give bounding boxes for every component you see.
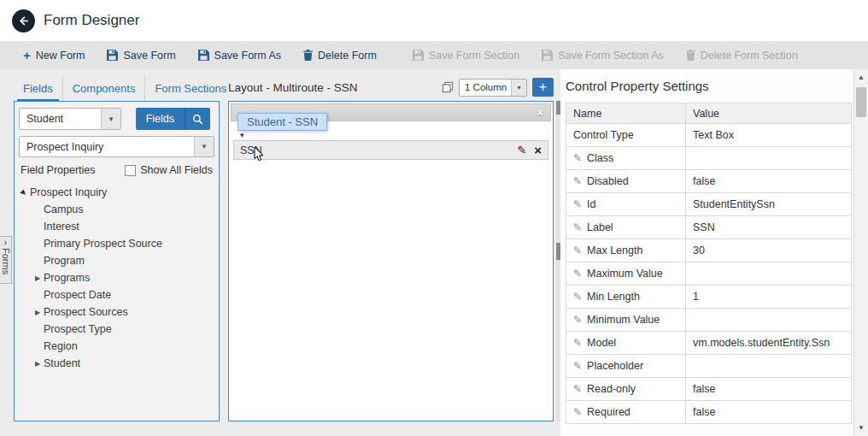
property-value[interactable]: StudentEntitySsn [686,193,852,216]
column-dropdown[interactable]: 1 Column ▼ [459,79,527,97]
property-value[interactable]: false [686,170,852,193]
delete-form-button[interactable]: Delete Form [292,41,388,69]
collapse-icon[interactable]: ▶ [18,186,31,199]
save-form-section-button[interactable]: Save Form Section [402,41,531,69]
save-form-button[interactable]: Save Form [96,41,186,69]
new-form-button[interactable]: + New Form [12,41,96,69]
fields-button[interactable]: Fields [136,108,185,130]
show-all-fields-checkbox[interactable] [125,165,136,176]
fields-panel: Student ▼ Fields Prospect Inquiry ▼ Fiel… [14,101,220,421]
property-value[interactable]: 1 [686,286,852,309]
tree-item-prospect-sources[interactable]: ▶Prospect Sources [18,303,215,321]
column-header-value: Value [686,103,852,124]
fields-button-group: Fields [136,108,210,130]
edit-icon: ✎ [573,245,582,256]
tree-item-interest[interactable]: Interest [18,218,215,235]
property-value[interactable]: vm.models.studentEntity.Ssn [686,332,852,355]
show-all-fields-label: Show All Fields [140,164,213,176]
save-form-as-label: Save Form As [214,50,282,62]
page-title: Form Designer [44,12,139,29]
property-name: ✎Min Length [566,286,686,309]
property-value[interactable]: false [686,378,852,401]
scroll-up-icon[interactable]: ▲ [854,71,868,84]
property-row-read-only[interactable]: ✎Read-only false [566,378,852,401]
property-row-disabled[interactable]: ✎Disabled false [566,170,852,193]
show-all-fields-toggle[interactable]: Show All Fields [125,164,213,176]
expand-icon[interactable]: ▶ [32,274,44,282]
delete-field-icon[interactable]: × [534,144,542,156]
property-row-min-length[interactable]: ✎Min Length 1 [566,286,852,309]
property-value[interactable] [686,355,852,378]
tree-item-primary-prospect-source[interactable]: Primary Prospect Source [18,235,215,252]
property-row-control-type[interactable]: Control Type Text Box [566,124,852,147]
delete-form-section-label: Delete Form Section [701,50,798,62]
property-row-id[interactable]: ✎Id StudentEntitySsn [566,193,852,216]
column-dropdown-value: 1 Column [460,82,511,92]
property-value[interactable] [686,309,852,332]
drag-chip[interactable]: Student - SSN [238,113,327,131]
edit-icon: ✎ [573,406,582,418]
trash-icon [303,50,313,61]
scrollbar-thumb[interactable] [856,87,866,117]
property-row-max-length[interactable]: ✎Max Length 30 [566,239,852,262]
property-value[interactable]: 30 [686,239,852,262]
property-value[interactable]: false [686,401,852,424]
property-name: ✎Model [566,332,686,355]
column-header-name: Name [566,103,686,124]
property-row-class[interactable]: ✎Class [566,147,852,170]
canvas-field-row[interactable]: SSN ✎ × [233,140,548,160]
property-value[interactable] [686,147,852,170]
property-row-required[interactable]: ✎Required false [566,401,852,424]
delete-form-section-button[interactable]: Delete Form Section [675,41,809,69]
property-row-placeholder[interactable]: ✎Placeholder [566,355,852,378]
tree-item-campus[interactable]: Campus [18,201,215,218]
tree-item-student[interactable]: ▶Student [18,355,215,372]
save-form-section-as-button[interactable]: Save Form Section As [531,41,675,69]
layers-button[interactable] [442,81,454,93]
save-form-section-label: Save Form Section [429,50,519,62]
layout-header: Layout - Multiroute - SSN 1 Column ▼ + [228,77,554,97]
tree-item-prospect-type[interactable]: Prospect Type [18,321,215,338]
property-row-maximum-value[interactable]: ✎Maximum Value [566,262,852,286]
tree-item-prospect-inquiry[interactable]: ▶ Prospect Inquiry [18,184,215,201]
expand-icon[interactable]: ▶ [32,309,44,316]
tab-components[interactable]: Components [62,75,145,101]
field-properties-row: Field Properties Show All Fields [21,163,213,177]
property-row-model[interactable]: ✎Model vm.models.studentEntity.Ssn [566,332,852,355]
back-button[interactable] [12,9,35,32]
new-form-label: New Form [36,50,85,62]
add-section-button[interactable]: + [532,78,554,97]
forms-side-tab[interactable]: › Forms [0,236,12,284]
property-name: Control Type [566,124,686,147]
tree-item-prospect-date[interactable]: Prospect Date [18,286,215,303]
entity-dropdown[interactable]: Student ▼ [19,108,121,130]
scroll-down-icon[interactable]: ▼ [854,421,868,434]
form-dropdown[interactable]: Prospect Inquiry ▼ [19,136,214,157]
edit-icon: ✎ [573,360,582,372]
save-form-label: Save Form [123,50,175,62]
tree-item-region[interactable]: Region [18,338,215,355]
tree-item-label: Primary Prospect Source [44,238,162,250]
property-row-minimum-value[interactable]: ✎Minimum Value [566,309,852,332]
expand-icon[interactable]: ▶ [32,360,44,368]
close-icon[interactable]: × [537,107,543,118]
tab-fields[interactable]: Fields [14,75,62,101]
tree-item-programs[interactable]: ▶Programs [18,269,215,286]
tree-item-label: Campus [44,203,84,215]
layout-controls: 1 Column ▼ + [442,78,554,97]
property-value[interactable]: Text Box [686,124,852,147]
property-name: ✎Placeholder [566,355,686,378]
save-icon [107,50,118,61]
property-value[interactable] [686,262,852,286]
property-row-label[interactable]: ✎Label SSN [566,216,852,239]
layout-canvas: × Student - SSN ▾ SSN ✎ × [228,101,554,421]
window-scrollbar[interactable]: ▲ ▼ [853,69,868,436]
edit-field-icon[interactable]: ✎ [517,144,526,156]
search-button[interactable] [185,108,210,130]
tree-item-program[interactable]: Program [18,252,215,269]
save-form-as-button[interactable]: Save Form As [187,41,293,69]
property-value[interactable]: SSN [686,216,852,239]
tab-form-sections[interactable]: Form Sections [144,75,236,101]
property-name: ✎Minimum Value [566,309,686,332]
table-header-row: Name Value [566,103,852,124]
